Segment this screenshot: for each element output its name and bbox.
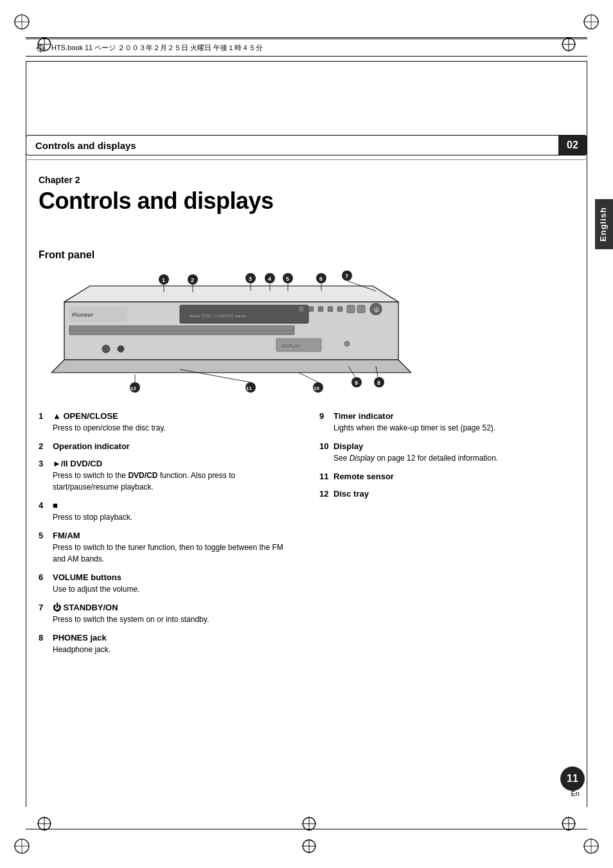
svg-text:12: 12 [130, 385, 136, 391]
svg-rect-42 [299, 306, 304, 312]
svg-text:7: 7 [345, 273, 348, 279]
item-3-name: ►/II DVD/CD [53, 459, 102, 468]
item-4-desc: Press to stop playback. [39, 511, 294, 523]
svg-text:11: 11 [246, 385, 252, 391]
svg-text:4: 4 [268, 276, 271, 282]
left-column: 1 ▲ OPEN/CLOSE Press to open/close the d… [39, 411, 294, 663]
section-header-title: Controls and displays [35, 140, 136, 151]
item-7-num: 7 [39, 603, 50, 612]
item-4-num: 4 [39, 500, 50, 510]
svg-text:⏻: ⏻ [373, 307, 379, 313]
item-2-num: 2 [39, 441, 50, 451]
item-12: 12 Disc tray [319, 489, 574, 499]
svg-rect-43 [308, 306, 314, 312]
svg-text:10: 10 [314, 385, 319, 391]
item-8-num: 8 [39, 633, 50, 642]
svg-point-51 [102, 345, 110, 353]
chapter-area: Chapter 2 Controls and displays [39, 175, 274, 215]
svg-text:5: 5 [286, 276, 289, 282]
item-9-name: Timer indicator [333, 411, 394, 421]
item-10-name: Display [333, 441, 363, 451]
english-tab: English [595, 199, 613, 249]
item-3: 3 ►/II DVD/CD Press to switch to the DVD… [39, 459, 294, 493]
svg-text:1: 1 [162, 277, 165, 283]
item-7-desc: Press to switch the system on or into st… [39, 614, 294, 625]
item-11: 11 Remote sensor [319, 472, 574, 481]
item-1-name: ▲ OPEN/CLOSE [53, 411, 118, 421]
item-10: 10 Display See Display on page 12 for de… [319, 441, 574, 464]
item-9: 9 Timer indicator Lights when the wake-u… [319, 411, 574, 434]
item-11-num: 11 [319, 472, 331, 481]
reg-mark-br [582, 837, 600, 855]
item-8-desc: Headphone jack. [39, 644, 294, 655]
reg-mark-br-inner [560, 815, 578, 833]
item-2-name: Operation indicator [53, 441, 130, 451]
item-5-desc: Press to switch to the tuner function, t… [39, 542, 294, 565]
reg-mark-bl-inner [35, 815, 53, 833]
svg-rect-44 [318, 306, 323, 312]
svg-text:2: 2 [191, 277, 194, 283]
topbar-text: HTS.book 11 ページ ２００３年２月２５日 火曜日 午後１時４５分 [51, 43, 263, 53]
item-9-desc: Lights when the wake-up timer is set (pa… [319, 422, 574, 434]
bottom-rule [26, 829, 587, 829]
item-10-num: 10 [319, 441, 331, 451]
reg-mark-tr [582, 13, 600, 31]
svg-text:Pioneer: Pioneer [72, 312, 94, 318]
page-lang: En [571, 790, 580, 797]
front-panel-heading: Front panel [39, 249, 94, 261]
item-1: 1 ▲ OPEN/CLOSE Press to open/close the d… [39, 411, 294, 434]
item-7: 7 ⏻ STANDBY/ON Press to switch the syste… [39, 603, 294, 625]
svg-text:6: 6 [319, 276, 323, 282]
page-number-badge: 11 [560, 766, 585, 791]
item-6-num: 6 [39, 572, 50, 582]
item-11-name: Remote sensor [333, 472, 394, 481]
top-rule [26, 37, 587, 38]
svg-rect-47 [347, 305, 355, 313]
item-5: 5 FM/AM Press to switch to the tuner fun… [39, 531, 294, 565]
device-diagram: Pioneer ●●●● DISC LOADING ●●●● ⏻ [51, 267, 398, 395]
reg-mark-tl [13, 13, 31, 31]
svg-point-52 [118, 346, 124, 352]
svg-rect-45 [328, 306, 333, 312]
item-5-num: 5 [39, 531, 50, 540]
section-header: Controls and displays 02 [26, 135, 587, 155]
svg-text:3: 3 [249, 276, 252, 282]
item-12-num: 12 [319, 489, 331, 499]
left-vline [26, 61, 26, 807]
svg-point-53 [344, 341, 350, 346]
item-3-desc: Press to switch to the DVD/CD function. … [39, 470, 294, 493]
svg-text:9: 9 [355, 380, 358, 386]
item-4-name: ■ [53, 500, 58, 510]
item-8: 8 PHONES jack Headphone jack. [39, 633, 294, 655]
item-5-name: FM/AM [53, 531, 80, 540]
svg-line-85 [299, 373, 318, 382]
right-column: 9 Timer indicator Lights when the wake-u… [319, 411, 574, 663]
content-area: 1 ▲ OPEN/CLOSE Press to open/close the d… [39, 411, 574, 663]
svg-text:8: 8 [377, 380, 380, 386]
item-7-name: ⏻ STANDBY/ON [53, 603, 118, 612]
topbar: HTS.book 11 ページ ２００３年２月２５日 火曜日 午後１時４５分 [26, 39, 587, 57]
item-10-desc: See Display on page 12 for detailed info… [319, 452, 574, 464]
topbar-crosshair [35, 43, 46, 55]
svg-rect-48 [357, 305, 365, 313]
item-2: 2 Operation indicator [39, 441, 294, 451]
svg-text:DISPLAY: DISPLAY [281, 344, 300, 348]
item-1-num: 1 [39, 411, 50, 421]
reg-mark-bc2 [300, 837, 318, 855]
right-vline [587, 61, 587, 807]
svg-marker-33 [64, 286, 398, 302]
item-6-desc: Use to adjust the volume. [39, 583, 294, 595]
item-8-name: PHONES jack [53, 633, 107, 642]
hr-below-section [26, 159, 587, 160]
item-6-name: VOLUME buttons [53, 572, 121, 582]
item-3-num: 3 [39, 459, 50, 468]
topbar-bottom-rule [26, 61, 587, 62]
item-1-desc: Press to open/close the disc tray. [39, 422, 294, 434]
reg-mark-bl [13, 837, 31, 855]
item-4: 4 ■ Press to stop playback. [39, 500, 294, 523]
section-number-badge: 02 [558, 136, 587, 155]
item-9-num: 9 [319, 411, 331, 421]
item-6: 6 VOLUME buttons Use to adjust the volum… [39, 572, 294, 595]
svg-text:●●●● DISC LOADING ●●●●: ●●●● DISC LOADING ●●●● [190, 314, 246, 318]
svg-rect-46 [337, 306, 342, 312]
